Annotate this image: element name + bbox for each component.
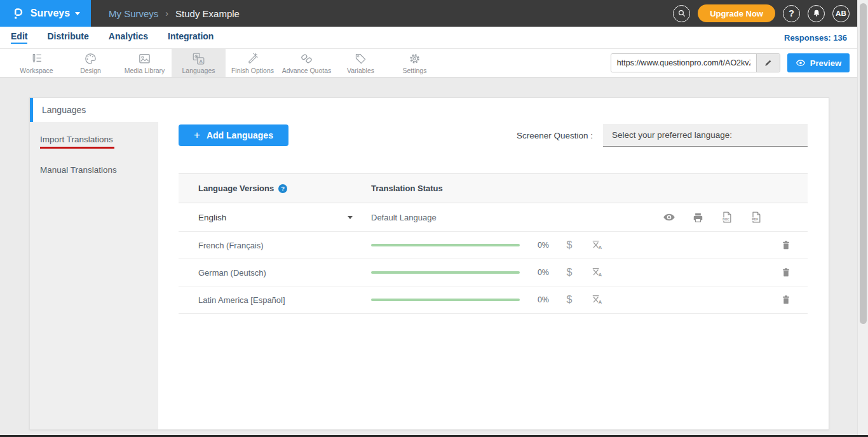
toolbar-item-workspace[interactable]: Workspace	[10, 49, 64, 77]
toolbar-item-finish-options[interactable]: Finish Options	[226, 49, 280, 77]
app-window: Surveys My Surveys › Study Example Upgra…	[0, 0, 868, 437]
breadcrumb-separator: ›	[165, 8, 168, 18]
breadcrumb: My Surveys › Study Example	[109, 8, 240, 19]
trash-icon	[780, 267, 792, 278]
preview-eye-icon[interactable]	[663, 211, 675, 224]
delete-language-button[interactable]	[780, 294, 792, 306]
trash-icon	[780, 294, 792, 306]
toolbar-item-variables[interactable]: Variables	[334, 49, 388, 77]
trash-icon	[780, 239, 792, 251]
edit-url-button[interactable]	[756, 54, 780, 72]
add-languages-button[interactable]: + Add Languages	[179, 124, 288, 146]
workspace-icon	[30, 52, 43, 65]
toolbar-item-languages[interactable]: Languages	[172, 49, 226, 77]
table-row-language: French (Français) 0% $	[179, 232, 808, 259]
search-button[interactable]	[673, 5, 690, 22]
toolbar-item-settings[interactable]: Settings	[388, 49, 442, 77]
tab-distribute[interactable]: Distribute	[47, 31, 88, 44]
translation-progress-bar	[371, 271, 520, 274]
page-body: Languages Import Translations Manual Tra…	[0, 77, 868, 437]
toolbar-right: Preview	[611, 49, 868, 77]
screener-question-select[interactable]: Select your preferred language:	[603, 124, 808, 147]
chain-links-icon	[300, 52, 313, 65]
tag-icon	[354, 52, 367, 65]
language-name: Latin America [Español]	[179, 295, 371, 305]
delete-language-button[interactable]	[780, 239, 792, 251]
toolbar-item-media-library[interactable]: Media Library	[118, 49, 172, 77]
vertical-scrollbar	[857, 0, 868, 437]
auto-translate-icon[interactable]	[586, 293, 609, 306]
sidebar-header-languages: Languages	[30, 98, 158, 122]
translation-percent: 0%	[520, 241, 549, 250]
paid-translation-icon[interactable]: $	[558, 239, 581, 251]
language-name: French (Français)	[179, 241, 371, 250]
translation-percent: 0%	[520, 268, 549, 277]
languages-card: Languages Import Translations Manual Tra…	[29, 97, 829, 430]
column-header-language-versions: Language Versions ?	[179, 184, 371, 193]
toolbar-item-design[interactable]: Design	[64, 49, 118, 77]
default-language-status: Default Language	[371, 213, 437, 222]
paid-translation-icon[interactable]: $	[558, 267, 581, 278]
surveys-product-menu[interactable]: Surveys	[0, 0, 91, 27]
palette-icon	[84, 52, 97, 65]
doc-export-icon[interactable]	[721, 211, 733, 224]
scrollbar-thumb[interactable]	[860, 3, 867, 324]
edit-toolbar: Workspace Design Media Library Languages…	[0, 49, 868, 77]
upgrade-now-button[interactable]: Upgrade Now	[698, 4, 775, 22]
search-icon	[677, 8, 687, 18]
avatar[interactable]: AB	[832, 5, 850, 22]
column-header-translation-status: Translation Status	[371, 184, 443, 193]
top-bar: Surveys My Surveys › Study Example Upgra…	[0, 0, 868, 27]
auto-translate-icon[interactable]	[586, 266, 609, 279]
print-icon[interactable]	[692, 212, 704, 224]
help-icon[interactable]: ?	[278, 184, 287, 193]
table-header-row: Language Versions ? Translation Status	[179, 174, 808, 203]
screener-question-group: Screener Question : Select your preferre…	[517, 124, 808, 147]
breadcrumb-my-surveys[interactable]: My Surveys	[109, 8, 158, 19]
notifications-button[interactable]	[808, 5, 825, 22]
question-mark-icon: ?	[789, 8, 794, 18]
tab-integration[interactable]: Integration	[168, 31, 214, 44]
table-row-default-language: English Default Language	[179, 203, 808, 232]
pdf-export-icon[interactable]	[750, 211, 763, 224]
pencil-icon	[764, 58, 773, 67]
bell-icon	[811, 8, 822, 18]
responses-count[interactable]: Responses: 136	[784, 33, 868, 43]
translation-progress-bar	[371, 244, 520, 246]
content-top-row: + Add Languages Screener Question : Sele…	[179, 124, 808, 147]
plus-icon: +	[194, 129, 200, 142]
preview-button[interactable]: Preview	[787, 53, 850, 72]
sidebar-items: Import Translations Manual Translations	[30, 122, 158, 429]
language-versions-table: Language Versions ? Translation Status E…	[179, 173, 808, 314]
breadcrumb-current-survey: Study Example	[175, 8, 240, 19]
tab-edit[interactable]: Edit	[11, 31, 27, 44]
auto-translate-icon[interactable]	[586, 239, 609, 252]
table-row-language: German (Deutsch) 0% $	[179, 259, 808, 286]
default-language-dropdown[interactable]: English	[179, 213, 371, 222]
default-row-actions	[663, 211, 763, 224]
chevron-down-icon	[348, 216, 353, 219]
tab-analytics[interactable]: Analytics	[109, 31, 148, 44]
delete-language-button[interactable]	[780, 267, 792, 278]
survey-url-box	[611, 53, 780, 72]
screener-question-label: Screener Question :	[517, 131, 593, 140]
survey-section-tabs: Edit Distribute Analytics Integration Re…	[0, 27, 868, 49]
eye-icon	[796, 58, 806, 68]
toolbar-item-advance-quotas[interactable]: Advance Quotas	[280, 49, 334, 77]
topbar-actions: Upgrade Now ? AB	[673, 4, 868, 22]
help-button[interactable]: ?	[783, 5, 800, 22]
translation-progress-bar	[371, 299, 520, 301]
image-icon	[138, 52, 151, 65]
sidebar-item-manual-translations[interactable]: Manual Translations	[30, 157, 158, 183]
product-name: Surveys	[31, 8, 70, 19]
paid-translation-icon[interactable]: $	[558, 294, 581, 306]
survey-url-input[interactable]	[611, 54, 756, 72]
sidebar-item-import-translations[interactable]: Import Translations	[30, 126, 158, 157]
translate-boxes-icon	[192, 52, 205, 65]
translation-percent: 0%	[520, 295, 549, 304]
chevron-down-icon	[75, 12, 80, 15]
gear-icon	[408, 52, 421, 65]
language-name: German (Deutsch)	[179, 268, 371, 278]
languages-sidebar: Languages Import Translations Manual Tra…	[30, 98, 158, 429]
avatar-initials: AB	[836, 10, 846, 17]
